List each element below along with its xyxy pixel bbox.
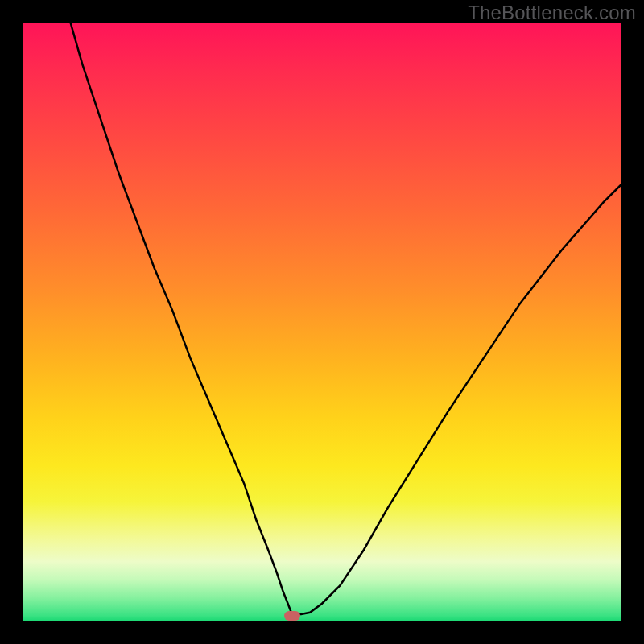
- optimal-point-marker: [284, 611, 300, 621]
- chart-frame: TheBottleneck.com: [0, 0, 644, 644]
- watermark-text: TheBottleneck.com: [468, 2, 636, 24]
- bottleneck-curve: [23, 23, 621, 621]
- plot-area: [23, 23, 621, 621]
